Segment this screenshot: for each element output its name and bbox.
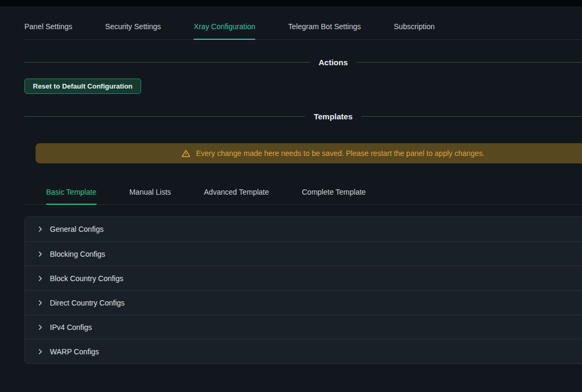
accordion-item-label: Blocking Configs (50, 250, 105, 258)
tab-security-settings[interactable]: Security Settings (105, 16, 161, 40)
warning-alert-text: Every change made here needs to be saved… (196, 149, 484, 158)
accordion-item-general-configs[interactable]: General Configs (25, 217, 582, 241)
accordion-item-label: Block Country Configs (50, 274, 124, 283)
accordion-item-label: General Configs (50, 225, 103, 233)
accordion-item-blocking-configs[interactable]: Blocking Configs (25, 241, 582, 266)
templates-section-title: Templates (314, 112, 352, 121)
chevron-right-icon (38, 227, 43, 232)
chevron-right-icon (38, 276, 43, 281)
chevron-right-icon (38, 251, 43, 257)
divider-line-left (24, 116, 305, 117)
chevron-right-icon (38, 300, 43, 306)
divider-line-right (361, 116, 582, 117)
tab-manual-lists[interactable]: Manual Lists (129, 182, 171, 205)
reset-default-config-button[interactable]: Reset to Default Configuration (24, 79, 141, 94)
accordion-item-label: Direct Country Configs (50, 299, 125, 307)
accordion-item-ipv4-configs[interactable]: IPv4 Configs (25, 315, 582, 339)
settings-page: Panel Settings Security Settings Xray Co… (0, 0, 582, 392)
chevron-right-icon (38, 325, 43, 330)
chevron-right-icon (38, 349, 43, 354)
tab-telegram-bot-settings[interactable]: Telegram Bot Settings (288, 16, 361, 40)
settings-content: Panel Settings Security Settings Xray Co… (24, 16, 582, 364)
settings-tab-bar: Panel Settings Security Settings Xray Co… (24, 16, 582, 40)
accordion-item-label: IPv4 Configs (50, 323, 92, 332)
warning-alert: Every change made here needs to be saved… (36, 143, 582, 163)
config-accordion: General Configs Blocking Configs Block C… (24, 216, 582, 364)
tab-basic-template[interactable]: Basic Template (46, 182, 97, 205)
tab-subscription[interactable]: Subscription (394, 16, 435, 40)
tab-advanced-template[interactable]: Advanced Template (204, 182, 269, 205)
top-window-bar (0, 0, 582, 6)
divider-line-right (357, 62, 582, 63)
template-tab-bar: Basic Template Manual Lists Advanced Tem… (24, 182, 582, 205)
templates-divider: Templates (24, 112, 582, 121)
warning-triangle-icon (181, 149, 190, 158)
tab-panel-settings[interactable]: Panel Settings (24, 16, 72, 40)
actions-divider: Actions (24, 58, 582, 67)
tab-xray-configuration[interactable]: Xray Configuration (194, 16, 255, 40)
divider-line-left (24, 62, 310, 63)
accordion-item-label: WARP Configs (50, 347, 99, 356)
accordion-item-direct-country-configs[interactable]: Direct Country Configs (25, 290, 582, 315)
tab-complete-template[interactable]: Complete Template (302, 182, 366, 205)
actions-section-title: Actions (319, 58, 348, 67)
accordion-item-warp-configs[interactable]: WARP Configs (25, 339, 582, 363)
accordion-item-block-country-configs[interactable]: Block Country Configs (25, 266, 582, 290)
